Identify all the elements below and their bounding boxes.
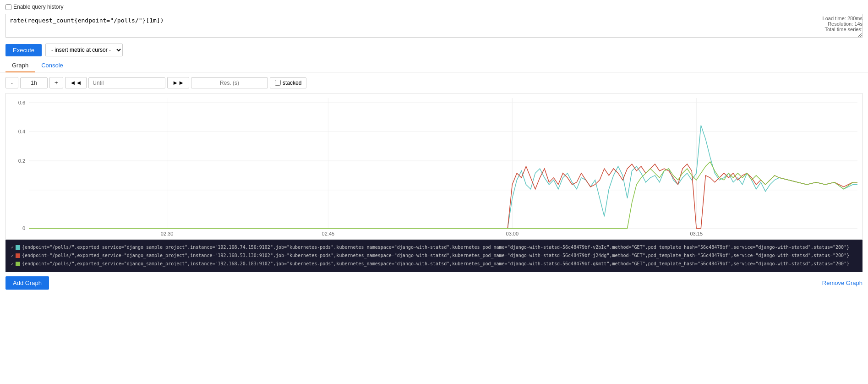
- legend-color-1: [16, 253, 20, 258]
- svg-text:0.2: 0.2: [18, 158, 25, 164]
- enable-query-history-label[interactable]: Enable query history: [5, 4, 63, 10]
- legend-check-1: ✓: [11, 252, 14, 259]
- stacked-checkbox[interactable]: [275, 80, 281, 86]
- chart-area: 0.6 0.4 0.2 0 02:30 02:45 03:00 03:15: [5, 93, 863, 240]
- stacked-label: stacked: [283, 80, 301, 86]
- bottom-bar: Add Graph Remove Graph: [0, 272, 868, 294]
- load-time: Load time: 280ms: [823, 16, 863, 21]
- legend-color-2: [16, 262, 20, 266]
- graph-controls: - 1h + ◄◄ ►► stacked: [0, 72, 868, 93]
- query-area: rate(request_count{endpoint="/polls/"}[1…: [0, 12, 868, 41]
- stacked-button[interactable]: stacked: [270, 77, 306, 88]
- next-time-button[interactable]: ►►: [167, 77, 189, 88]
- svg-text:0: 0: [22, 225, 25, 231]
- legend-item-1: ✓ {endpoint="/polls/",exported_service="…: [11, 252, 857, 260]
- legend-check-0: ✓: [11, 244, 14, 251]
- total-time-series: Total time series:: [823, 27, 863, 32]
- execute-button[interactable]: Execute: [5, 44, 42, 56]
- remove-graph-link[interactable]: Remove Graph: [822, 280, 863, 286]
- tab-graph[interactable]: Graph: [5, 59, 35, 72]
- prev-time-button[interactable]: ◄◄: [65, 77, 87, 88]
- svg-text:0.6: 0.6: [18, 100, 25, 105]
- legend-check-2: ✓: [11, 261, 14, 267]
- chart-svg: 0.6 0.4 0.2 0 02:30 02:45 03:00 03:15: [6, 93, 862, 239]
- load-info: Load time: 280ms Resolution: 14s Total t…: [823, 16, 863, 32]
- tab-console[interactable]: Console: [35, 59, 70, 72]
- svg-text:03:00: 03:00: [506, 231, 519, 236]
- query-input[interactable]: rate(request_count{endpoint="/polls/"}[1…: [5, 14, 863, 38]
- time-range-value: 1h: [20, 77, 48, 88]
- until-input[interactable]: [88, 77, 165, 88]
- svg-text:03:15: 03:15: [690, 231, 703, 236]
- legend-area: ✓ {endpoint="/polls/",exported_service="…: [5, 240, 863, 272]
- tabs: Graph Console: [0, 59, 868, 72]
- legend-text-2: {endpoint="/polls/",exported_service="dj…: [22, 261, 849, 267]
- legend-item-2: ✓ {endpoint="/polls/",exported_service="…: [11, 260, 857, 268]
- enable-query-history-checkbox[interactable]: [5, 4, 11, 10]
- top-bar: Enable query history: [0, 0, 868, 12]
- zoom-in-button[interactable]: +: [49, 77, 63, 88]
- svg-text:0.4: 0.4: [18, 129, 25, 135]
- resolution-input[interactable]: [191, 77, 268, 88]
- add-graph-button[interactable]: Add Graph: [5, 276, 49, 290]
- chart-container: 0.6 0.4 0.2 0 02:30 02:45 03:00 03:15: [5, 93, 863, 240]
- legend-item-0: ✓ {endpoint="/polls/",exported_service="…: [11, 243, 857, 252]
- metric-select[interactable]: - insert metric at cursor -: [45, 44, 123, 56]
- legend-text-1: {endpoint="/polls/",exported_service="dj…: [22, 252, 849, 259]
- resolution: Resolution: 14s: [823, 21, 863, 27]
- legend-text-0: {endpoint="/polls/",exported_service="dj…: [22, 244, 849, 251]
- legend-color-0: [16, 245, 20, 250]
- zoom-out-button[interactable]: -: [5, 77, 18, 88]
- svg-text:02:30: 02:30: [161, 231, 174, 236]
- svg-text:02:45: 02:45: [322, 231, 335, 236]
- toolbar: Execute - insert metric at cursor -: [0, 41, 868, 59]
